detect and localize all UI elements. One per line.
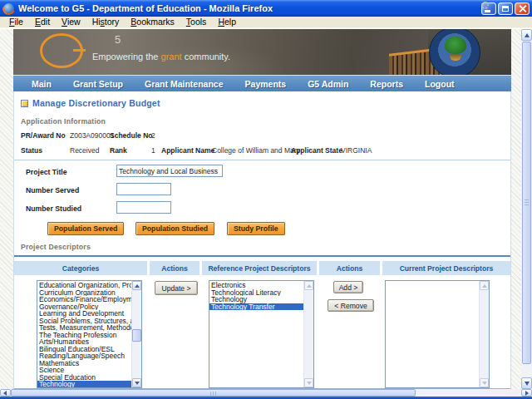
vertical-scrollbar[interactable] xyxy=(521,29,532,389)
divider xyxy=(14,255,510,257)
close-button[interactable] xyxy=(515,2,530,15)
g5-banner: 5 Empowering the grant community. xyxy=(13,29,511,75)
horizontal-scrollbar[interactable] xyxy=(0,389,532,397)
list-item[interactable]: Technology xyxy=(37,381,131,387)
scroll-up-icon[interactable] xyxy=(521,29,532,41)
scroll-thumb[interactable] xyxy=(132,329,141,342)
list-item[interactable]: Technological Literacy xyxy=(209,289,303,297)
title-bar[interactable]: Welcome to G5 - Department of Education … xyxy=(0,0,532,17)
list-item[interactable]: Learning and Development xyxy=(37,310,131,318)
header-actions-2: Actions xyxy=(319,261,380,275)
nav-item[interactable]: Logout xyxy=(425,79,465,89)
descriptor-table-body: Educational Organization, ProceCurriculu… xyxy=(14,280,510,389)
population-studied-button[interactable]: Population Studied xyxy=(135,222,214,235)
scroll-down-icon[interactable] xyxy=(132,378,141,387)
nav-item[interactable]: G5 Admin xyxy=(308,79,358,89)
list-item[interactable]: Tests, Measurement, Methodol xyxy=(37,324,131,332)
descriptor-table-header: Categories Actions Reference Project Des… xyxy=(14,261,510,275)
menu-item[interactable]: History xyxy=(86,17,126,27)
add-button[interactable]: Add > xyxy=(333,281,363,293)
main-content: Manage Discretionary Budget Application … xyxy=(13,91,511,389)
list-item[interactable]: Reading/Language/Speech xyxy=(37,352,131,360)
applicant-state-label: Applicant State xyxy=(291,146,342,155)
scroll-left-icon[interactable] xyxy=(0,389,11,397)
pr-award-label: PR/Award No xyxy=(21,131,66,140)
list-item[interactable]: Economics/Finance/Employmen xyxy=(37,296,131,303)
remove-button[interactable]: < Remove xyxy=(328,299,374,312)
application-information-label: Application Information xyxy=(21,117,106,126)
scroll-down-icon[interactable] xyxy=(521,377,532,389)
info-row-1: PR/Award No Z003A090001 Schedule No 2 xyxy=(14,131,510,141)
list-item[interactable]: Technology xyxy=(209,296,303,303)
nav-item[interactable]: Grant Maintenance xyxy=(145,79,234,89)
header-reference-descriptors: Reference Project Descriptors xyxy=(202,261,317,275)
scroll-up-icon xyxy=(480,281,489,290)
scroll-right-icon[interactable] xyxy=(521,389,532,397)
dept-of-education-seal-icon xyxy=(429,29,480,75)
browser-window: Welcome to G5 - Department of Education … xyxy=(0,0,532,399)
pr-award-value: Z003A090001 xyxy=(70,131,114,140)
nav-item[interactable]: Payments xyxy=(245,79,297,89)
list-item[interactable]: Arts/Humanities xyxy=(37,338,131,346)
menu-item[interactable]: File xyxy=(3,17,29,27)
nav-item[interactable]: Reports xyxy=(370,79,413,89)
page-heading: Manage Discretionary Budget xyxy=(21,98,160,108)
list-item[interactable]: Social Problems, Structures, an xyxy=(37,318,131,325)
menu-item[interactable]: Tools xyxy=(180,17,213,27)
current-descriptors-listbox[interactable] xyxy=(385,280,490,388)
list-item[interactable]: Bilingual Education/ESL xyxy=(37,346,131,353)
number-studied-input[interactable] xyxy=(116,201,171,214)
list-item[interactable]: The Teaching Profession xyxy=(37,332,131,339)
study-profile-button[interactable]: Study Profile xyxy=(227,222,285,235)
activity-indicator-icon xyxy=(481,2,489,9)
bullet-icon xyxy=(21,100,28,107)
current-scrollbar xyxy=(479,281,489,387)
rank-label: Rank xyxy=(110,146,127,155)
menu-item[interactable]: Help xyxy=(212,17,242,27)
project-title-label: Project Title xyxy=(26,168,67,176)
firefox-icon xyxy=(3,3,14,14)
banner-tagline: Empowering the grant community. xyxy=(92,52,230,62)
list-item[interactable]: Science xyxy=(37,367,131,374)
g5-logo-five: 5 xyxy=(115,33,121,46)
categories-scrollbar[interactable] xyxy=(131,281,141,387)
menu-item[interactable]: View xyxy=(56,17,86,27)
header-actions-1: Actions xyxy=(150,261,200,275)
scroll-up-icon[interactable] xyxy=(132,281,141,290)
applicant-state-value: VIRGINIA xyxy=(341,146,372,155)
restore-button[interactable] xyxy=(498,2,513,15)
info-row-2: Status Received Rank 1 Applicant Name Co… xyxy=(14,146,510,156)
applicant-name-value: College of William and Mary xyxy=(212,146,300,155)
reference-descriptors-listbox[interactable]: ElectronicsTechnological LiteracyTechnol… xyxy=(209,280,314,388)
page-content: 5 Empowering the grant community. MainGr… xyxy=(13,29,511,389)
window-title: Welcome to G5 - Department of Education … xyxy=(18,3,481,13)
categories-listbox[interactable]: Educational Organization, ProceCurriculu… xyxy=(37,280,142,388)
menu-item[interactable]: Edit xyxy=(29,17,56,27)
menu-bar: FileEditViewHistoryBookmarksToolsHelp xyxy=(0,17,532,28)
scroll-thumb[interactable] xyxy=(11,389,416,397)
list-item[interactable]: Curriculum Organization xyxy=(37,289,131,297)
population-served-button[interactable]: Population Served xyxy=(47,222,124,235)
list-item[interactable]: Mathematics xyxy=(37,360,131,367)
applicant-name-label: Applicant Name xyxy=(161,146,214,155)
status-value: Received xyxy=(70,146,99,155)
list-item[interactable]: Electronics xyxy=(209,282,303,289)
header-categories: Categories xyxy=(14,261,147,275)
list-item[interactable]: Governance/Policy xyxy=(37,303,131,311)
number-served-input[interactable] xyxy=(116,183,171,195)
update-button[interactable]: Update > xyxy=(155,281,198,295)
nav-item[interactable]: Grant Setup xyxy=(73,79,133,89)
list-item[interactable]: Special Education xyxy=(37,374,131,382)
list-item[interactable]: Technology Transfer xyxy=(209,303,303,311)
nav-item[interactable]: Main xyxy=(32,79,62,89)
divider xyxy=(14,160,510,160)
project-title-input[interactable] xyxy=(116,165,223,177)
schedule-label: Schedule No xyxy=(110,131,152,140)
menu-item[interactable]: Bookmarks xyxy=(125,17,180,27)
rank-value: 1 xyxy=(151,146,155,155)
list-item[interactable]: Educational Organization, Proce xyxy=(37,282,131,289)
scroll-thumb[interactable] xyxy=(522,42,531,364)
header-current-descriptors: Current Project Descriptors xyxy=(382,261,510,275)
reference-scrollbar xyxy=(303,281,313,387)
schedule-value: 2 xyxy=(151,131,155,140)
